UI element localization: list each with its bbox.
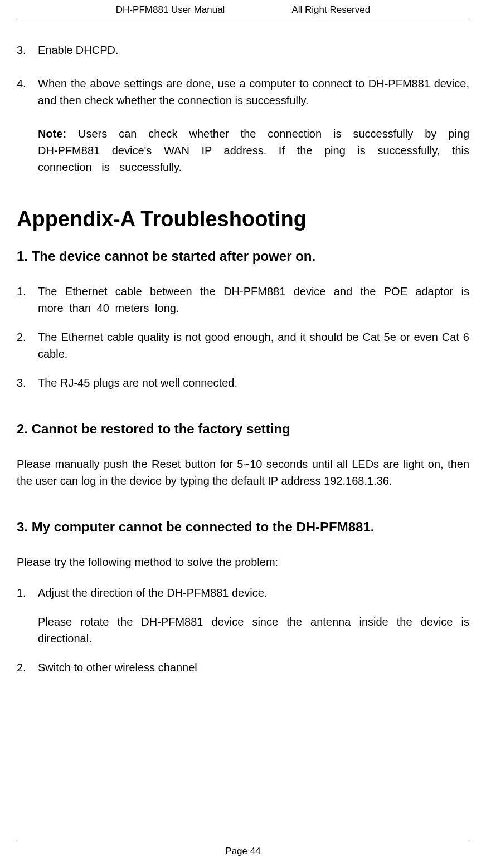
section-2-text: Please manually push the Reset button fo… bbox=[17, 456, 469, 489]
section-3-intro: Please try the following method to solve… bbox=[17, 554, 469, 570]
section-2-heading: 2. Cannot be restored to the factory set… bbox=[17, 419, 469, 439]
page-number: Page 44 bbox=[225, 846, 260, 856]
section-1-item-2: 2. The Ethernet cable quality is not goo… bbox=[17, 329, 469, 362]
list-number: 3. bbox=[17, 42, 38, 58]
list-text: Switch to other wireless channel bbox=[38, 659, 469, 676]
section-1-heading: 1. The device cannot be started after po… bbox=[17, 246, 469, 266]
list-number: 3. bbox=[17, 374, 38, 391]
intro-list-item-4: 4. When the above settings are done, use… bbox=[17, 75, 469, 109]
intro-list-item-3: 3. Enable DHCPD. bbox=[17, 42, 469, 58]
section-3: 3. My computer cannot be connected to th… bbox=[17, 517, 469, 676]
content-area: 3. Enable DHCPD. 4. When the above setti… bbox=[17, 19, 469, 676]
list-number: 4. bbox=[17, 75, 38, 109]
section-3-heading: 3. My computer cannot be connected to th… bbox=[17, 517, 469, 537]
note-block: Note: Users can check whether the connec… bbox=[38, 125, 469, 175]
note-label: Note: bbox=[38, 128, 66, 140]
page-header: DH-PFM881 User Manual All Right Reserved bbox=[17, 0, 469, 19]
page-footer: Page 44 bbox=[17, 841, 469, 857]
list-text: The Ethernet cable between the DH-PFM881… bbox=[38, 283, 469, 316]
section-3-item-1-note: Please rotate the DH-PFM881 device since… bbox=[38, 613, 469, 647]
list-number: 2. bbox=[17, 329, 38, 362]
appendix-title: Appendix-A Troubleshooting bbox=[17, 203, 469, 235]
section-2: 2. Cannot be restored to the factory set… bbox=[17, 419, 469, 489]
list-number: 1. bbox=[17, 283, 38, 316]
section-1-item-3: 3. The RJ-45 plugs are not well connecte… bbox=[17, 374, 469, 391]
list-text: The RJ-45 plugs are not well connected. bbox=[38, 374, 469, 391]
list-text: Enable DHCPD. bbox=[38, 42, 469, 58]
section-3-item-1: 1. Adjust the direction of the DH-PFM881… bbox=[17, 584, 469, 601]
section-1-item-1: 1. The Ethernet cable between the DH-PFM… bbox=[17, 283, 469, 316]
note-text: Users can check whether the connection i… bbox=[38, 128, 469, 173]
list-text: Adjust the direction of the DH-PFM881 de… bbox=[38, 584, 469, 601]
list-text: When the above settings are done, use a … bbox=[38, 75, 469, 109]
list-text: The Ethernet cable quality is not good e… bbox=[38, 329, 469, 362]
section-3-item-2: 2. Switch to other wireless channel bbox=[17, 659, 469, 676]
header-rights: All Right Reserved bbox=[291, 4, 370, 16]
list-number: 2. bbox=[17, 659, 38, 676]
list-number: 1. bbox=[17, 584, 38, 601]
header-manual-title: DH-PFM881 User Manual bbox=[116, 4, 225, 16]
